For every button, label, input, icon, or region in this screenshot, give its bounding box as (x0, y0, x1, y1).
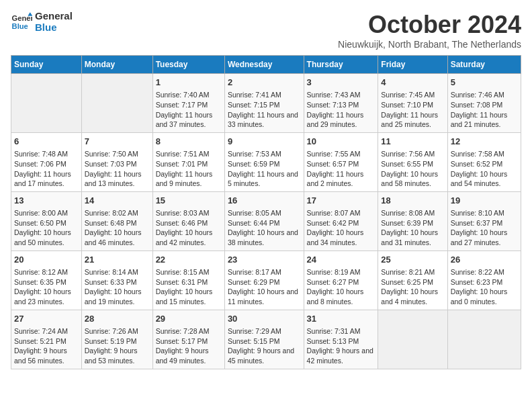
header-row: SundayMondayTuesdayWednesdayThursdayFrid… (11, 56, 521, 74)
day-content: Sunrise: 8:19 AM Sunset: 6:27 PM Dayligh… (307, 267, 375, 307)
day-number: 5 (451, 77, 518, 89)
day-number: 19 (451, 195, 518, 207)
day-number: 17 (307, 195, 375, 207)
day-cell: 26Sunrise: 8:22 AM Sunset: 6:23 PM Dayli… (447, 250, 521, 310)
day-number: 26 (451, 254, 518, 266)
day-cell: 11Sunrise: 7:56 AM Sunset: 6:55 PM Dayli… (378, 132, 447, 191)
day-content: Sunrise: 8:03 AM Sunset: 6:46 PM Dayligh… (156, 208, 222, 248)
day-number: 6 (14, 136, 79, 148)
day-content: Sunrise: 8:05 AM Sunset: 6:44 PM Dayligh… (228, 208, 301, 248)
day-cell: 16Sunrise: 8:05 AM Sunset: 6:44 PM Dayli… (224, 191, 304, 250)
day-number: 18 (381, 195, 444, 207)
day-number: 11 (381, 136, 444, 148)
day-cell: 8Sunrise: 7:51 AM Sunset: 7:01 PM Daylig… (152, 132, 224, 191)
day-content: Sunrise: 7:56 AM Sunset: 6:55 PM Dayligh… (381, 149, 444, 189)
logo: General Blue General Blue (11, 11, 73, 33)
day-content: Sunrise: 8:21 AM Sunset: 6:25 PM Dayligh… (381, 267, 444, 307)
day-cell: 28Sunrise: 7:26 AM Sunset: 5:19 PM Dayli… (81, 310, 152, 369)
day-cell: 6Sunrise: 7:48 AM Sunset: 7:06 PM Daylig… (11, 132, 82, 191)
calendar-table: SundayMondayTuesdayWednesdayThursdayFrid… (11, 55, 521, 369)
day-cell (378, 310, 447, 369)
day-number: 21 (85, 254, 150, 266)
day-cell: 23Sunrise: 8:17 AM Sunset: 6:29 PM Dayli… (224, 250, 304, 310)
day-content: Sunrise: 7:58 AM Sunset: 6:52 PM Dayligh… (451, 149, 518, 189)
day-cell (447, 310, 521, 369)
week-row-2: 6Sunrise: 7:48 AM Sunset: 7:06 PM Daylig… (11, 132, 521, 191)
day-cell: 30Sunrise: 7:29 AM Sunset: 5:15 PM Dayli… (224, 310, 304, 369)
day-number: 23 (228, 254, 301, 266)
day-cell: 9Sunrise: 7:53 AM Sunset: 6:59 PM Daylig… (224, 132, 304, 191)
day-content: Sunrise: 7:31 AM Sunset: 5:13 PM Dayligh… (307, 326, 375, 366)
day-content: Sunrise: 7:43 AM Sunset: 7:13 PM Dayligh… (307, 90, 375, 130)
week-row-3: 13Sunrise: 8:00 AM Sunset: 6:50 PM Dayli… (11, 191, 521, 250)
day-number: 1 (156, 77, 222, 89)
day-cell: 27Sunrise: 7:24 AM Sunset: 5:21 PM Dayli… (11, 310, 82, 369)
logo-icon: General Blue (11, 11, 32, 33)
day-cell: 5Sunrise: 7:46 AM Sunset: 7:08 PM Daylig… (447, 74, 521, 133)
day-number: 20 (14, 254, 79, 266)
day-cell: 1Sunrise: 7:40 AM Sunset: 7:17 PM Daylig… (152, 74, 224, 133)
day-content: Sunrise: 7:28 AM Sunset: 5:17 PM Dayligh… (156, 326, 222, 366)
day-cell: 29Sunrise: 7:28 AM Sunset: 5:17 PM Dayli… (152, 310, 224, 369)
day-number: 14 (85, 195, 150, 207)
day-content: Sunrise: 8:08 AM Sunset: 6:39 PM Dayligh… (381, 208, 444, 248)
day-number: 25 (381, 254, 444, 266)
day-number: 2 (228, 77, 301, 89)
day-number: 3 (307, 77, 375, 89)
day-cell: 7Sunrise: 7:50 AM Sunset: 7:03 PM Daylig… (81, 132, 152, 191)
page-header: General Blue General Blue October 2024 N… (11, 11, 521, 50)
day-number: 15 (156, 195, 222, 207)
day-cell: 10Sunrise: 7:55 AM Sunset: 6:57 PM Dayli… (304, 132, 378, 191)
week-row-1: 1Sunrise: 7:40 AM Sunset: 7:17 PM Daylig… (11, 74, 521, 133)
header-day-friday: Friday (378, 56, 447, 74)
day-number: 4 (381, 77, 444, 89)
header-day-wednesday: Wednesday (224, 56, 304, 74)
day-content: Sunrise: 7:48 AM Sunset: 7:06 PM Dayligh… (14, 149, 79, 189)
day-number: 9 (228, 136, 301, 148)
day-cell: 3Sunrise: 7:43 AM Sunset: 7:13 PM Daylig… (304, 74, 378, 133)
week-row-5: 27Sunrise: 7:24 AM Sunset: 5:21 PM Dayli… (11, 310, 521, 369)
day-number: 10 (307, 136, 375, 148)
day-cell: 13Sunrise: 8:00 AM Sunset: 6:50 PM Dayli… (11, 191, 82, 250)
day-content: Sunrise: 7:41 AM Sunset: 7:15 PM Dayligh… (228, 90, 301, 130)
day-cell (11, 74, 82, 133)
header-day-thursday: Thursday (304, 56, 378, 74)
day-content: Sunrise: 7:45 AM Sunset: 7:10 PM Dayligh… (381, 90, 444, 130)
day-content: Sunrise: 7:29 AM Sunset: 5:15 PM Dayligh… (228, 326, 301, 366)
day-content: Sunrise: 8:12 AM Sunset: 6:35 PM Dayligh… (14, 267, 79, 307)
day-cell: 19Sunrise: 8:10 AM Sunset: 6:37 PM Dayli… (447, 191, 521, 250)
day-content: Sunrise: 8:22 AM Sunset: 6:23 PM Dayligh… (451, 267, 518, 307)
day-number: 24 (307, 254, 375, 266)
day-content: Sunrise: 8:07 AM Sunset: 6:42 PM Dayligh… (307, 208, 375, 248)
day-cell: 4Sunrise: 7:45 AM Sunset: 7:10 PM Daylig… (378, 74, 447, 133)
day-content: Sunrise: 8:15 AM Sunset: 6:31 PM Dayligh… (156, 267, 222, 307)
logo-blue: Blue (35, 22, 73, 34)
day-number: 28 (85, 313, 150, 325)
day-cell: 14Sunrise: 8:02 AM Sunset: 6:48 PM Dayli… (81, 191, 152, 250)
day-number: 31 (307, 313, 375, 325)
day-cell: 21Sunrise: 8:14 AM Sunset: 6:33 PM Dayli… (81, 250, 152, 310)
day-content: Sunrise: 8:10 AM Sunset: 6:37 PM Dayligh… (451, 208, 518, 248)
day-number: 7 (85, 136, 150, 148)
day-content: Sunrise: 7:26 AM Sunset: 5:19 PM Dayligh… (85, 326, 150, 366)
day-number: 13 (14, 195, 79, 207)
header-day-tuesday: Tuesday (152, 56, 224, 74)
day-number: 30 (228, 313, 301, 325)
location: Nieuwkuijk, North Brabant, The Netherlan… (338, 39, 521, 50)
day-cell: 17Sunrise: 8:07 AM Sunset: 6:42 PM Dayli… (304, 191, 378, 250)
header-day-monday: Monday (81, 56, 152, 74)
day-content: Sunrise: 7:40 AM Sunset: 7:17 PM Dayligh… (156, 90, 222, 130)
logo-general: General (35, 11, 73, 22)
day-cell (81, 74, 152, 133)
title-block: October 2024 Nieuwkuijk, North Brabant, … (338, 11, 521, 50)
day-number: 29 (156, 313, 222, 325)
day-content: Sunrise: 7:50 AM Sunset: 7:03 PM Dayligh… (85, 149, 150, 189)
day-content: Sunrise: 8:02 AM Sunset: 6:48 PM Dayligh… (85, 208, 150, 248)
day-number: 22 (156, 254, 222, 266)
day-content: Sunrise: 7:46 AM Sunset: 7:08 PM Dayligh… (451, 90, 518, 130)
day-cell: 18Sunrise: 8:08 AM Sunset: 6:39 PM Dayli… (378, 191, 447, 250)
header-day-sunday: Sunday (11, 56, 82, 74)
day-content: Sunrise: 8:17 AM Sunset: 6:29 PM Dayligh… (228, 267, 301, 307)
day-cell: 25Sunrise: 8:21 AM Sunset: 6:25 PM Dayli… (378, 250, 447, 310)
month-title: October 2024 (338, 11, 521, 39)
